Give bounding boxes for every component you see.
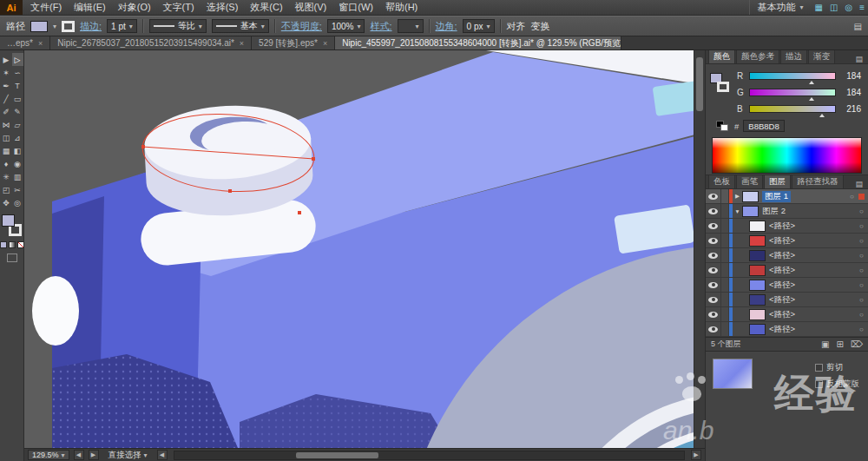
direct-selection-tool[interactable]: ▷: [12, 53, 23, 66]
menu-object[interactable]: 对象(O): [112, 0, 157, 15]
layer-lock-cell[interactable]: [721, 234, 729, 247]
fill-stroke-indicator[interactable]: [710, 73, 733, 99]
clip-checkbox[interactable]: 剪切: [815, 362, 859, 373]
selection-tool[interactable]: ▶: [1, 53, 12, 66]
next-artboard-button[interactable]: ▶: [89, 450, 99, 460]
paintbrush-tool[interactable]: ✐: [1, 105, 12, 118]
layer-target-icon[interactable]: ○: [855, 296, 868, 304]
layer-name[interactable]: <路径>: [769, 235, 855, 247]
layer-name[interactable]: 图层 2: [762, 206, 855, 217]
gradient-mode-button[interactable]: [9, 241, 16, 248]
layer-row[interactable]: ▶ 图层 1 ○: [706, 189, 868, 204]
layer-row[interactable]: <路径> ○: [706, 219, 868, 234]
layer-name[interactable]: 图层 1: [762, 191, 791, 202]
object-thumbnail[interactable]: [713, 359, 753, 389]
menu-file[interactable]: 文件(F): [24, 0, 68, 15]
layer-lock-cell[interactable]: [721, 293, 729, 306]
layer-visibility-toggle[interactable]: [706, 263, 721, 277]
layer-name[interactable]: <路径>: [769, 324, 855, 335]
fill-stroke-indicator[interactable]: [2, 214, 23, 237]
zoom-tool[interactable]: ◎: [12, 196, 23, 209]
tab-brushes[interactable]: 画笔: [736, 175, 763, 188]
opacity-label[interactable]: 不透明度:: [281, 20, 322, 33]
artwork-canvas[interactable]: [24, 50, 705, 448]
line-segment-tool[interactable]: ╱: [1, 92, 12, 105]
green-slider[interactable]: [749, 89, 836, 96]
style-select[interactable]: ▾: [398, 19, 424, 33]
layer-lock-cell[interactable]: [721, 219, 729, 233]
artboard-tool[interactable]: ◰: [1, 183, 12, 196]
layer-lock-cell[interactable]: [721, 278, 729, 292]
blend-tool[interactable]: ◉: [12, 157, 23, 170]
vertical-scroll-handle[interactable]: [696, 57, 703, 111]
menu-icon[interactable]: ≡: [856, 3, 868, 12]
layer-lock-cell[interactable]: [721, 263, 729, 277]
checkbox-icon[interactable]: [815, 380, 823, 388]
layer-thumbnail[interactable]: [749, 221, 766, 232]
checkbox-icon[interactable]: [815, 364, 823, 372]
black-white-swatches[interactable]: [716, 121, 730, 131]
layer-visibility-toggle[interactable]: [706, 293, 721, 306]
layer-name[interactable]: <路径>: [769, 265, 855, 276]
horizontal-scroll-handle[interactable]: [296, 452, 378, 458]
gradient-tool[interactable]: ◧: [12, 144, 23, 157]
layer-lock-cell[interactable]: [721, 204, 729, 218]
free-transform-tool[interactable]: ▱: [12, 118, 23, 131]
red-slider[interactable]: [749, 72, 836, 80]
layer-target-icon[interactable]: ○: [845, 193, 858, 201]
layer-thumbnail[interactable]: [749, 309, 766, 320]
magic-wand-tool[interactable]: ✶: [1, 66, 12, 79]
shape-builder-tool[interactable]: ◫: [1, 131, 12, 144]
layer-lock-cell[interactable]: [721, 307, 729, 321]
layer-lock-cell[interactable]: [721, 189, 729, 203]
layer-thumbnail[interactable]: [749, 235, 766, 247]
green-value[interactable]: 184: [840, 88, 861, 97]
tab-pathfinder[interactable]: 路径查找器: [792, 175, 844, 188]
tab-layers[interactable]: 图层: [764, 175, 791, 188]
menu-type[interactable]: 文字(T): [157, 0, 201, 15]
lasso-tool[interactable]: ∽: [12, 66, 23, 79]
layer-target-icon[interactable]: ○: [855, 311, 868, 319]
blue-value[interactable]: 216: [840, 104, 861, 114]
layer-visibility-toggle[interactable]: [706, 234, 721, 247]
layer-name[interactable]: <路径>: [769, 250, 855, 261]
layer-thumbnail[interactable]: [742, 191, 759, 202]
layer-thumbnail[interactable]: [749, 280, 766, 291]
close-icon[interactable]: ×: [240, 39, 244, 48]
new-group-icon[interactable]: ▣: [821, 339, 829, 349]
symbol-sprayer-tool[interactable]: ✳: [1, 170, 12, 183]
type-tool[interactable]: T: [12, 79, 23, 92]
stroke-color-swatch[interactable]: [62, 21, 75, 32]
layer-row[interactable]: <路径> ○: [706, 278, 868, 293]
zoom-level-select[interactable]: 129.5% ▾: [28, 450, 69, 460]
fill-color-swatch[interactable]: [2, 214, 15, 227]
eyedropper-tool[interactable]: ♦: [1, 157, 12, 170]
layer-visibility-toggle[interactable]: [706, 204, 721, 218]
workspace-switcher[interactable]: 基本功能 ▾: [749, 0, 812, 15]
delete-layer-icon[interactable]: ⌦: [851, 339, 863, 349]
close-icon[interactable]: ×: [323, 39, 327, 48]
stroke-weight-select[interactable]: 1 pt ▾: [107, 19, 137, 33]
layer-thumbnail[interactable]: [742, 206, 759, 217]
layer-target-icon[interactable]: ○: [855, 237, 868, 245]
panel-menu-icon[interactable]: ▤: [852, 180, 865, 188]
layer-target-icon[interactable]: ○: [855, 252, 868, 260]
layer-row[interactable]: <路径> ○: [706, 307, 868, 322]
layer-target-icon[interactable]: ○: [855, 222, 868, 230]
scroll-right-button[interactable]: ▶: [691, 450, 701, 460]
width-profile-select[interactable]: 等比 ▾: [149, 19, 207, 33]
blue-slider[interactable]: [749, 105, 836, 113]
slider-marker[interactable]: [809, 97, 814, 101]
layer-row[interactable]: <路径> ○: [706, 234, 868, 248]
color-spectrum[interactable]: [712, 137, 862, 174]
previous-artboard-button[interactable]: ◀: [74, 450, 84, 460]
document-tab[interactable]: …eps* ×: [0, 36, 50, 49]
mesh-tool[interactable]: ▦: [1, 144, 12, 157]
color-mode-button[interactable]: [0, 241, 7, 248]
menu-edit[interactable]: 编辑(E): [68, 0, 112, 15]
new-layer-icon[interactable]: ⊞: [836, 339, 843, 349]
layer-row[interactable]: ▼ 图层 2 ○: [706, 204, 868, 219]
column-graph-tool[interactable]: ▥: [12, 170, 23, 183]
hex-value-field[interactable]: B8B8D8: [743, 120, 784, 132]
layer-visibility-toggle[interactable]: [706, 322, 721, 336]
